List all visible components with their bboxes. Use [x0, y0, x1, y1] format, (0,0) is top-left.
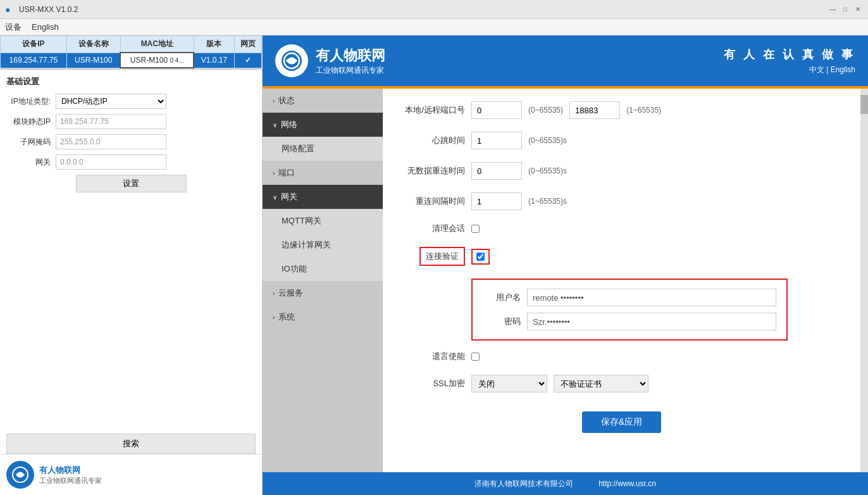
save-button[interactable]: 保存&应用 [582, 411, 661, 433]
chevron-right-icon2: › [273, 170, 275, 177]
lang-switcher: 中文 | English [724, 65, 855, 75]
clear-session-checkbox[interactable] [471, 225, 480, 233]
cell-ip: 169.254.77.75 [1, 53, 67, 68]
col-version: 版本 [194, 36, 234, 53]
header-logo-text: 有人物联网 工业物联网通讯专家 [316, 46, 385, 76]
content-area: › 状态 ∨ 网络 网络配置 › 端口 ∨ 网关 [263, 89, 868, 472]
sidebar-item-gateway[interactable]: ∨ 网关 [263, 185, 383, 209]
close-btn[interactable]: ✕ [853, 4, 863, 15]
last-will-row: 遗言使能 [402, 351, 841, 362]
remote-port-input[interactable] [569, 101, 620, 119]
set-button[interactable]: 设置 [76, 175, 187, 192]
conn-auth-checkbox[interactable] [476, 253, 485, 261]
cell-name: USR-M100 [66, 53, 120, 68]
ip-type-select[interactable]: DHCP/动态IP 静态IP [56, 94, 166, 109]
col-ip: 设备IP [1, 36, 67, 53]
basic-settings-title: 基础设置 [6, 76, 256, 87]
remote-port-range: (1~65535) [626, 106, 661, 115]
header-logo-circle [275, 44, 308, 77]
left-logo-icon [11, 465, 30, 484]
footer-company: 济南有人物联网技术有限公司 [474, 479, 573, 489]
password-label: 密码 [483, 316, 521, 327]
sidebar-item-mqtt[interactable]: MQTT网关 [263, 209, 383, 233]
port-label: 本地/远程端口号 [402, 104, 465, 116]
sidebar-nav: › 状态 ∨ 网络 网络配置 › 端口 ∨ 网关 [263, 89, 383, 472]
table-row[interactable]: 169.254.77.75 USR-M100 USR-M100 0 4... V… [1, 53, 262, 68]
module-ip-input[interactable] [56, 114, 166, 129]
header-logo-icon [280, 49, 304, 73]
footer-website[interactable]: http://www.usr.cn [598, 479, 656, 488]
sidebar-item-port[interactable]: › 端口 [263, 161, 383, 185]
menu-device[interactable]: 设备 [5, 22, 22, 33]
minimize-btn[interactable]: — [828, 4, 838, 15]
clear-session-row: 清理会话 [402, 223, 841, 234]
menu-english[interactable]: English [32, 22, 59, 32]
subnet-input[interactable] [56, 134, 166, 149]
username-row: 用户名 [483, 289, 776, 306]
sidebar-item-system[interactable]: › 系统 [263, 305, 383, 329]
ssl-select[interactable]: 关闭 开启 [471, 375, 547, 392]
clear-session-label: 清理会话 [402, 223, 465, 234]
sidebar-item-cloud[interactable]: › 云服务 [263, 281, 383, 305]
window-controls: — □ ✕ [828, 4, 863, 15]
heartbeat-label: 心跳时间 [402, 135, 465, 146]
chevron-right-icon4: › [273, 314, 275, 321]
heartbeat-range: (0~65535)s [528, 136, 567, 145]
lang-zh[interactable]: 中文 [809, 65, 824, 74]
nodata-reconnect-row: 无数据重连时间 (0~65535)s [402, 162, 841, 180]
col-name: 设备名称 [66, 36, 120, 53]
reconnect-interval-label: 重连间隔时间 [402, 196, 465, 207]
port-row: 本地/远程端口号 (0~65535) (1~65535) [402, 101, 841, 119]
conn-auth-checkbox-box [471, 249, 490, 265]
scroll-thumb[interactable] [860, 95, 868, 114]
lang-sep: | [826, 65, 828, 74]
ip-type-label: IP地址类型: [6, 96, 51, 107]
nodata-reconnect-label: 无数据重连时间 [402, 165, 465, 177]
header-logo: 有人物联网 工业物联网通讯专家 [275, 44, 385, 77]
subnet-label: 子网掩码 [6, 137, 51, 147]
sidebar-item-edge[interactable]: 边缘计算网关 [263, 233, 383, 257]
left-logo: 有人物联网 工业物联网通讯专家 [0, 454, 262, 495]
left-panel: 设备IP 设备名称 MAC地址 版本 网页 169.254.77.75 USR-… [0, 35, 263, 495]
nodata-reconnect-range: (0~65535)s [528, 166, 567, 175]
chevron-right-icon3: › [273, 290, 275, 297]
last-will-label: 遗言使能 [402, 351, 465, 362]
app-icon: ● [5, 4, 15, 15]
gateway-input[interactable] [56, 154, 166, 170]
local-port-range: (0~65535) [528, 106, 563, 115]
ssl-cert-select[interactable]: 不验证证书 验证证书 [554, 375, 648, 392]
conn-auth-row: 连接验证 [402, 247, 841, 266]
username-input[interactable] [527, 289, 776, 306]
ip-type-row: IP地址类型: DHCP/动态IP 静态IP [6, 94, 256, 109]
app-title: USR-MXX V1.0.2 [19, 5, 863, 14]
last-will-checkbox[interactable] [471, 353, 480, 361]
right-footer: 济南有人物联网技术有限公司 http://www.usr.cn [263, 472, 868, 495]
heartbeat-input[interactable] [471, 132, 522, 149]
right-header: 有人物联网 工业物联网通讯专家 有 人 在 认 真 做 事 中文 | Engli… [263, 35, 868, 86]
lang-en[interactable]: English [831, 65, 855, 74]
chevron-down-icon2: ∨ [273, 194, 277, 201]
conn-auth-label: 连接验证 [402, 247, 465, 266]
ssl-row: SSL加密 关闭 开启 不验证证书 验证证书 [402, 375, 841, 392]
local-port-input[interactable] [471, 101, 522, 119]
maximize-btn[interactable]: □ [840, 4, 850, 15]
sidebar-item-io[interactable]: IO功能 [263, 257, 383, 281]
scrollbar[interactable] [860, 89, 868, 472]
reconnect-interval-row: 重连间隔时间 (1~65535)s [402, 192, 841, 210]
sidebar-item-network[interactable]: ∨ 网络 [263, 113, 383, 137]
main-layout: 设备IP 设备名称 MAC地址 版本 网页 169.254.77.75 USR-… [0, 35, 868, 495]
left-logo-circle [6, 461, 34, 489]
subnet-row: 子网掩码 [6, 134, 256, 149]
reconnect-interval-input[interactable] [471, 192, 522, 210]
search-button[interactable]: 搜索 [6, 434, 256, 454]
sidebar-item-status[interactable]: › 状态 [263, 89, 383, 113]
password-input[interactable] [527, 313, 776, 330]
cell-web: ✓ [234, 53, 261, 68]
right-panel: 有人物联网 工业物联网通讯专家 有 人 在 认 真 做 事 中文 | Engli… [263, 35, 868, 495]
gateway-label: 网关 [6, 157, 51, 168]
nodata-reconnect-input[interactable] [471, 162, 522, 180]
sidebar-item-network-config[interactable]: 网络配置 [263, 137, 383, 161]
cell-version: V1.0.17 [194, 53, 234, 68]
module-ip-row: 模块静态IP [6, 114, 256, 129]
header-slogan: 有 人 在 认 真 做 事 中文 | English [724, 47, 855, 75]
